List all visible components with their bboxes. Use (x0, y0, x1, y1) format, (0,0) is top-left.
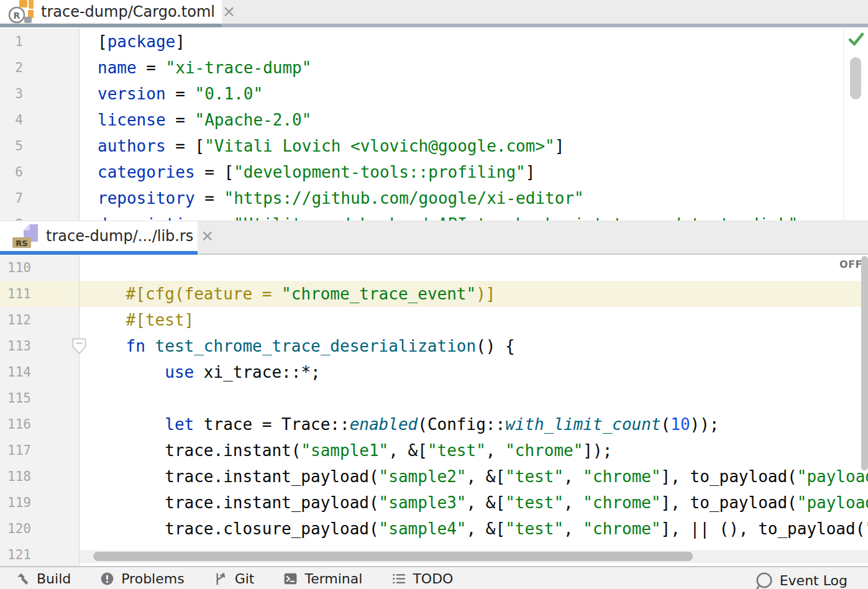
close-tab-icon[interactable]: ✕ (215, 4, 235, 20)
code-segment-str: "chrome_trace_event" (281, 285, 476, 303)
line-number[interactable]: 8 (0, 211, 80, 221)
code-line-118[interactable]: 118 trace.instant_payload("sample2", &["… (0, 463, 868, 490)
code-segment-str: "chrome" (505, 441, 583, 460)
line-number[interactable]: 120 (0, 516, 80, 542)
code-segment-str: "test" (505, 467, 564, 486)
tab-cargo-toml[interactable]: R trace-dump/Cargo.toml ✕ (0, 0, 222, 24)
toolwindow-button-event-log[interactable]: Event Log (755, 571, 847, 589)
code-segment-kw: version (98, 84, 166, 103)
code-segment-str: "Utility and backend API to checkpoint t… (234, 215, 798, 221)
code-line-2[interactable]: 2name = "xi-trace-dump" (0, 55, 868, 81)
code-line-120[interactable]: 120 trace.closure_payload("sample4", &["… (0, 516, 868, 542)
toolwindow-button-git[interactable]: Git (213, 571, 255, 587)
line-number[interactable]: 3 (0, 81, 80, 107)
code-segment-str: "sample1" (301, 441, 388, 460)
line-number[interactable]: 119 (0, 490, 80, 516)
code-segment-plain: xi_trace::*; (204, 363, 321, 381)
code-line-110[interactable]: 110 (0, 255, 868, 281)
code-segment-plain: = (166, 84, 195, 103)
code-line-6[interactable]: 6categories = ["development-tools::profi… (0, 159, 868, 185)
toolwindow-button-todo[interactable]: TODO (391, 571, 453, 587)
code-line-119[interactable]: 119 trace.instant_payload("sample3", &["… (0, 490, 868, 516)
editor-cargo-toml[interactable]: 1[package]2name = "xi-trace-dump"3versio… (0, 27, 868, 221)
code-segment-num: 10 (670, 415, 690, 434)
line-number[interactable]: 4 (0, 107, 80, 133)
vertical-scrollbar-thumb[interactable] (850, 57, 861, 99)
vertical-scrollbar-thumb[interactable] (861, 256, 868, 470)
line-number[interactable]: 112 (0, 307, 80, 333)
code-line-8[interactable]: 8description = "Utility and backend API … (0, 211, 868, 221)
code-segment-plain: ] (526, 163, 536, 181)
code-segment-plain: = [ (166, 137, 205, 155)
code-text: let trace = Trace::enabled(Config::with_… (80, 411, 720, 437)
code-line-115[interactable]: 115 (0, 385, 868, 411)
code-line-5[interactable]: 5authors = ["Vitali Lovich <vlovich@goog… (0, 133, 868, 159)
status-bar: Build Problems (0, 566, 868, 589)
code-segment-plain: ], || (), to_payload( (661, 519, 866, 538)
horizontal-scrollbar-thumb[interactable] (93, 552, 693, 561)
line-number[interactable]: 1 (0, 29, 80, 55)
code-segment-plain: , (564, 493, 583, 512)
code-line-4[interactable]: 4license = "Apache-2.0" (0, 107, 868, 133)
code-segment-str: "development-tools::profiling" (234, 163, 526, 181)
code-segment-plain: trace.instant_payload( (87, 493, 379, 512)
toolwindow-button-build[interactable]: Build (15, 571, 71, 587)
code-line-113[interactable]: 113 fn test_chrome_trace_deserialization… (0, 333, 868, 359)
code-text: name = "xi-trace-dump" (80, 55, 311, 81)
code-line-112[interactable]: 112 #[test] (0, 307, 868, 333)
inspection-ok-icon (847, 31, 866, 51)
code-line-1[interactable]: 1[package] (0, 29, 868, 55)
code-segment-plain: = (137, 58, 166, 77)
code-text: version = "0.1.0" (80, 81, 263, 107)
line-number[interactable]: 118 (0, 463, 80, 490)
toolwindow-buttons-right: Event Log (755, 571, 847, 589)
line-number[interactable]: 115 (0, 385, 80, 411)
svg-text:R: R (14, 11, 21, 21)
fold-marker-icon[interactable] (72, 338, 86, 357)
line-number[interactable]: 2 (0, 55, 80, 81)
code-line-114[interactable]: 114 use xi_trace::*; (0, 359, 868, 385)
line-number[interactable]: 111 (0, 281, 80, 307)
code-segment-kw: use (87, 363, 204, 381)
line-number[interactable]: 121 (0, 542, 80, 566)
tab-lib-rs[interactable]: RS trace-dump/.../lib.rs ✕ (0, 221, 198, 251)
code-segment-kw: package (107, 32, 176, 51)
close-tab-icon[interactable]: ✕ (193, 229, 214, 244)
line-number[interactable]: 6 (0, 159, 80, 185)
git-icon (213, 571, 229, 587)
toolwindow-button-problems[interactable]: Problems (99, 571, 184, 587)
code-segment-plain: ( (661, 415, 671, 434)
line-number[interactable]: 110 (0, 255, 80, 281)
code-line-117[interactable]: 117 trace.instant("sample1", &["test", "… (0, 437, 868, 463)
line-number[interactable]: 5 (0, 133, 80, 159)
code-line-116[interactable]: 116 let trace = Trace::enabled(Config::w… (0, 411, 868, 437)
line-number[interactable]: 117 (0, 437, 80, 463)
code-segment-str: "https://github.com/google/xi-editor" (224, 189, 584, 208)
code-line-3[interactable]: 3version = "0.1.0" (0, 81, 868, 107)
code-segment-plain: = (204, 215, 234, 221)
tab-label: trace-dump/.../lib.rs (46, 227, 193, 245)
code-segment-plain: ] (555, 137, 565, 155)
code-segment-plain: trace = Trace:: (204, 415, 350, 434)
code-line-111[interactable]: 111 #[cfg(feature = "chrome_trace_event"… (0, 281, 868, 307)
code-segment-str: "test" (505, 493, 564, 512)
hints-off-label: OFF (839, 258, 862, 270)
toolwindow-button-terminal[interactable]: Terminal (283, 571, 362, 587)
toolwindow-button-label: Build (37, 571, 71, 587)
line-number[interactable]: 113 (0, 333, 80, 359)
code-segment-str: "test" (427, 441, 486, 460)
toolwindow-button-label: Problems (121, 571, 184, 587)
line-number[interactable]: 114 (0, 359, 80, 385)
rust-file-icon: RS (11, 223, 39, 249)
cargo-toml-icon: R (6, 0, 34, 24)
code-line-7[interactable]: 7repository = "https://github.com/google… (0, 185, 868, 211)
line-number[interactable]: 116 (0, 411, 80, 437)
code-text: #[test] (80, 307, 194, 333)
editor-lib-rs[interactable]: 110111 #[cfg(feature = "chrome_trace_eve… (0, 255, 868, 566)
horizontal-scrollbar-track[interactable] (80, 550, 868, 563)
code-segment-plain: , (564, 519, 583, 538)
hammer-icon (15, 571, 30, 587)
line-number[interactable]: 7 (0, 185, 80, 211)
code-segment-kw: description (98, 215, 204, 221)
code-text: trace.closure_payload("sample4", &["test… (80, 516, 868, 542)
